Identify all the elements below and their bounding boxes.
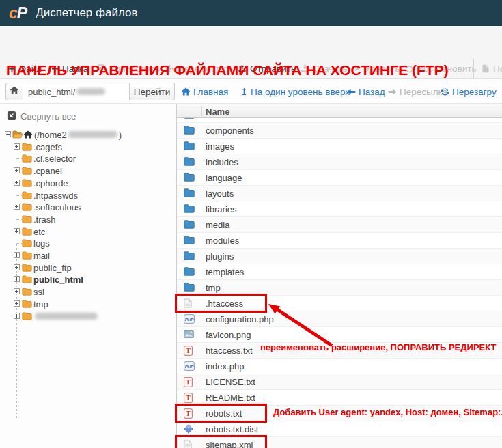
collapse-all-label: Свернуть все [20, 111, 76, 122]
file-row-layouts[interactable]: layouts [177, 186, 502, 201]
tree-item-tmp[interactable]: tmp [0, 298, 176, 310]
expand-icon[interactable] [14, 252, 20, 258]
tree-folder-icon [22, 275, 32, 283]
folder-icon [184, 204, 195, 213]
php-icon: PHP [184, 361, 195, 371]
nav-arrow-left-link[interactable]: Назад [347, 85, 385, 98]
tree-item-.cagefs[interactable]: .cagefs [0, 141, 176, 153]
nav-link-label: Перезагру [452, 87, 497, 97]
tree-item-etc[interactable]: etc [0, 225, 176, 238]
svg-text:PHP: PHP [185, 317, 195, 322]
collapse-icon[interactable] [5, 131, 11, 137]
tree-label-text: logs [33, 238, 50, 249]
file-row-index.php[interactable]: PHPindex.php [177, 359, 502, 374]
file-row-libraries[interactable]: libraries [177, 201, 502, 217]
file-row-partial[interactable] [177, 118, 502, 123]
expand-icon[interactable] [14, 143, 20, 150]
file-name: plugins [206, 251, 234, 262]
php-icon: PHP [184, 314, 195, 324]
tree-label-text: .cl.selector [33, 154, 76, 164]
expand-icon[interactable] [14, 288, 20, 294]
tree-item-.softaculous[interactable]: .softaculous [0, 201, 176, 213]
arrow-right-icon [388, 87, 397, 96]
tree-label-text: etc [33, 227, 45, 237]
file-row-language[interactable]: language [177, 170, 502, 186]
expand-icon[interactable] [14, 264, 20, 270]
nav-home-blue-link[interactable]: Главная [181, 85, 228, 98]
go-button[interactable]: Перейти [129, 83, 175, 100]
file-row-configuration.php[interactable]: PHPconfiguration.php [177, 311, 502, 327]
expand-icon[interactable] [14, 204, 20, 210]
tree-item-.cpanel[interactable]: .cpanel [0, 165, 176, 177]
file-list-header[interactable]: Name [177, 104, 502, 118]
file-row-README.txt[interactable]: TREADME.txt [177, 390, 502, 406]
file-row-plugins[interactable]: plugins [177, 249, 502, 264]
tree-item-(/home2[interactable]: (/home2) [0, 128, 176, 141]
up-level-icon [240, 87, 248, 96]
name-column-header: Name [206, 107, 229, 117]
doc-icon [184, 298, 192, 308]
file-row-media[interactable]: media [177, 217, 502, 233]
expand-icon[interactable] [14, 167, 20, 173]
tree-label-text: .cphorde [33, 178, 68, 188]
file-row-favicon.png[interactable]: favicon.png [177, 327, 502, 343]
tree-item-label: ssl [33, 287, 44, 297]
file-row-modules[interactable]: modules [177, 233, 502, 249]
file-row-.htaccess[interactable]: .htaccess [177, 296, 502, 311]
tree-item-public_html[interactable]: public_html [0, 273, 176, 285]
file-row-sitemap.xml[interactable]: sitemap.xml [177, 437, 502, 448]
nav-link-label: На один уровень вверх [251, 87, 350, 97]
folder-icon [184, 173, 195, 182]
file-name: templates [206, 267, 244, 277]
path-value: public_html/ [28, 87, 75, 97]
tree-label-suffix: ) [119, 130, 122, 140]
tree-item-ssl[interactable]: ssl [0, 285, 176, 298]
collapse-all-button[interactable]: Свернуть все [7, 111, 76, 122]
tree-item-redacted[interactable] [0, 310, 176, 322]
nav-arrow-right-link[interactable]: Пересылка [388, 85, 447, 98]
file-row-includes[interactable]: includes [177, 154, 502, 170]
expand-icon[interactable] [14, 313, 20, 319]
home-directory-button[interactable] [5, 83, 23, 100]
app-header: cP Диспетчер файлов [0, 0, 502, 26]
expand-icon[interactable] [14, 228, 20, 234]
home-icon [10, 85, 19, 98]
tree-item-logs[interactable]: logs [0, 237, 176, 249]
txt-icon: T [184, 377, 193, 387]
folder-icon [184, 251, 195, 260]
file-name: language [206, 173, 242, 183]
expand-icon[interactable] [14, 180, 20, 186]
tree-item-.cphorde[interactable]: .cphorde [0, 177, 176, 189]
file-row-tmp[interactable]: tmp [177, 280, 502, 296]
expand-icon[interactable] [14, 300, 20, 307]
file-row-LICENSE.txt[interactable]: TLICENSE.txt [177, 374, 502, 390]
file-name: includes [206, 157, 238, 167]
tree-item-.cl.selector[interactable]: .cl.selector [0, 152, 176, 165]
tree-folder-icon [22, 288, 32, 296]
location-bar: public_html/ Перейти ГлавнаяНа один уров… [0, 79, 502, 104]
tree-folder-icon [22, 227, 32, 236]
file-row-images[interactable]: images [177, 139, 502, 154]
file-row-components[interactable]: components [177, 123, 502, 139]
file-row-templates[interactable]: templates [177, 264, 502, 280]
nav-refresh-link[interactable]: Перезагру [441, 85, 497, 98]
tree-label-text: ssl [33, 287, 44, 297]
nav-up-level-link[interactable]: На один уровень вверх [240, 85, 350, 98]
svg-text:PHP: PHP [185, 364, 195, 369]
tree-item-.htpasswds[interactable]: .htpasswds [0, 189, 176, 201]
file-name: sitemap.xml [206, 440, 253, 448]
image-icon [184, 330, 194, 338]
txt-icon: T [184, 408, 193, 419]
annotation-htaccess-note: переименовать расширение, ПОПРАВИТЬ РЕДИ… [260, 342, 496, 352]
tree-item-label: .cpanel [33, 166, 62, 176]
file-name: htaccess.txt [206, 346, 253, 356]
path-input[interactable]: public_html/ [23, 83, 130, 100]
tree-folder-icon [22, 203, 32, 211]
tree-item-label: etc [33, 227, 45, 237]
file-row-robots.txt.dist[interactable]: robots.txt.dist [177, 421, 502, 437]
tree-item-public_ftp[interactable]: public_ftp [0, 262, 176, 274]
tree-item-mail[interactable]: mail [0, 249, 176, 262]
file-name: libraries [206, 204, 237, 214]
expand-icon[interactable] [14, 276, 20, 282]
tree-item-.trash[interactable]: .trash [0, 213, 176, 225]
